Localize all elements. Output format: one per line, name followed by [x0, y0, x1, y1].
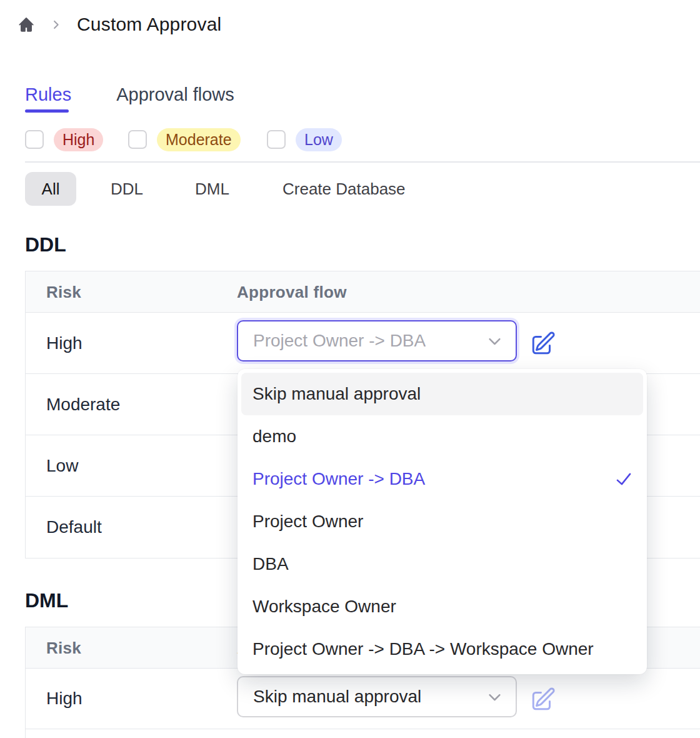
column-header-risk: Risk: [46, 627, 81, 669]
risk-label: Moderate: [46, 374, 120, 435]
dropdown-option-project-owner-dba[interactable]: Project Owner -> DBA: [241, 458, 643, 500]
pencil-square-icon: [530, 686, 556, 712]
low-risk-checkbox[interactable]: [267, 130, 286, 149]
dropdown-option-project-owner-dba-workspace-owner[interactable]: Project Owner -> DBA -> Workspace Owner: [241, 628, 643, 670]
chevron-down-icon: [486, 333, 503, 350]
dropdown-option-demo[interactable]: demo: [241, 415, 643, 458]
high-risk-badge: High: [54, 128, 103, 151]
high-risk-checkbox[interactable]: [25, 130, 44, 149]
low-risk-badge: Low: [296, 128, 342, 151]
select-value: Project Owner -> DBA: [253, 331, 426, 351]
chevron-down-icon: [486, 689, 503, 705]
page-title: Custom Approval: [77, 14, 221, 35]
dropdown-option-workspace-owner[interactable]: Workspace Owner: [241, 585, 643, 628]
select-value: Skip manual approval: [253, 687, 421, 707]
ddl-section-heading: DDL: [25, 232, 66, 257]
ddl-table-header: Risk Approval flow: [26, 271, 700, 313]
edit-approval-flow-button-ddl-high[interactable]: [530, 330, 556, 356]
column-header-risk: Risk: [46, 271, 81, 313]
dropdown-option-skip-manual-approval[interactable]: Skip manual approval: [241, 373, 643, 415]
check-icon: [614, 470, 633, 488]
category-filter-all[interactable]: All: [25, 172, 76, 206]
dml-section-heading: DML: [25, 588, 68, 613]
dropdown-option-dba[interactable]: DBA: [241, 543, 643, 585]
dropdown-option-label: Project Owner -> DBA: [252, 469, 425, 489]
moderate-risk-checkbox[interactable]: [128, 130, 147, 149]
column-header-approval-flow: Approval flow: [237, 271, 347, 313]
tab-approval-flows[interactable]: Approval flows: [116, 84, 234, 105]
custom-approval-page: Custom Approval Rules Approval flows Hig…: [0, 0, 700, 738]
approval-flow-dropdown: Skip manual approval demo Project Owner …: [238, 369, 647, 674]
tab-bar: Rules Approval flows: [25, 84, 234, 105]
risk-label: Default: [46, 497, 102, 558]
category-filter-ddl[interactable]: DDL: [111, 172, 143, 206]
pencil-square-icon: [530, 330, 556, 356]
category-filter-create-database[interactable]: Create Database: [282, 172, 406, 206]
risk-label: Low: [46, 435, 78, 496]
category-filter-row: All DDL DML Create Database: [0, 172, 700, 206]
risk-label: High: [46, 669, 82, 729]
home-icon[interactable]: [18, 16, 35, 33]
approval-flow-select-dml-high[interactable]: Skip manual approval: [237, 676, 517, 717]
risk-filter-row: High Moderate Low: [0, 128, 700, 151]
table-row-dml-partial: [26, 729, 700, 738]
approval-flow-select-ddl-high[interactable]: Project Owner -> DBA: [237, 320, 517, 361]
risk-label: High: [46, 313, 82, 373]
table-row-ddl-high: High Project Owner -> DBA: [26, 313, 700, 374]
tab-rules[interactable]: Rules: [25, 84, 71, 105]
risk-filter-low[interactable]: Low: [267, 128, 342, 151]
moderate-risk-badge: Moderate: [157, 128, 241, 151]
table-row-dml-high: High Skip manual approval: [26, 669, 700, 729]
risk-filter-high[interactable]: High: [25, 128, 103, 151]
edit-approval-flow-button-dml-high[interactable]: [530, 686, 556, 712]
active-tab-indicator: [25, 109, 69, 113]
divider: [25, 161, 700, 163]
risk-filter-moderate[interactable]: Moderate: [128, 128, 241, 151]
breadcrumb: Custom Approval: [18, 14, 221, 35]
dropdown-option-project-owner[interactable]: Project Owner: [241, 500, 643, 543]
chevron-right-icon: [50, 19, 62, 31]
category-filter-dml[interactable]: DML: [195, 172, 229, 206]
